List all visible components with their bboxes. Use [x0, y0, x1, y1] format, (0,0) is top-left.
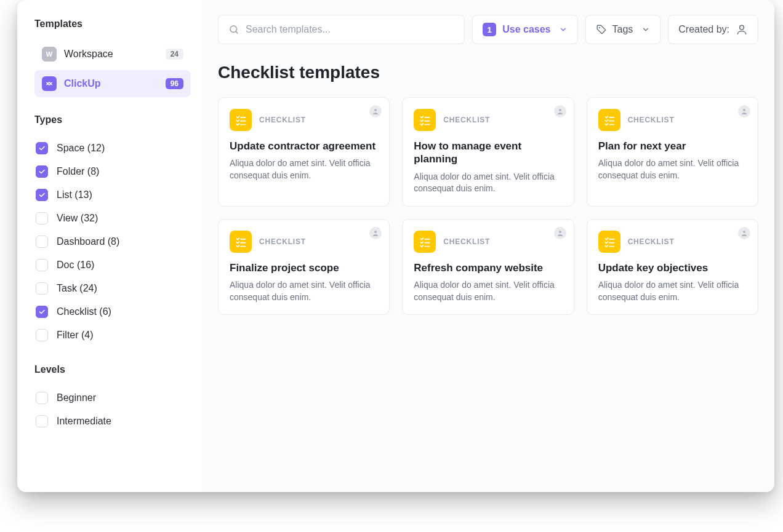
checklist-icon — [414, 231, 436, 253]
template-card[interactable]: CHECKLISTHow to manage event planningAli… — [402, 97, 574, 207]
card-description: Aliqua dolor do amet sint. Velit officia… — [414, 279, 562, 303]
type-item[interactable]: Folder (8) — [34, 160, 191, 183]
source-workspace[interactable]: W Workspace 24 — [34, 41, 191, 68]
svg-point-7 — [559, 231, 561, 233]
use-cases-count-badge: 1 — [483, 23, 496, 36]
author-avatar — [369, 227, 382, 239]
svg-point-3 — [374, 109, 377, 111]
types-title: Types — [34, 114, 191, 125]
card-title: Update contractor agreement — [230, 140, 378, 153]
svg-point-5 — [743, 109, 745, 111]
type-label: Dashboard (8) — [57, 236, 119, 247]
checkbox[interactable] — [36, 306, 48, 318]
template-card[interactable]: CHECKLISTFinalize project scopeAliqua do… — [218, 219, 390, 315]
type-item[interactable]: Dashboard (8) — [34, 230, 191, 253]
checkbox[interactable] — [36, 165, 48, 178]
source-label: Workspace — [64, 49, 166, 60]
source-clickup[interactable]: ClickUp 96 — [34, 70, 191, 97]
card-type-label: CHECKLIST — [443, 116, 490, 124]
level-item[interactable]: Beginner — [34, 386, 191, 410]
created-by-filter[interactable]: Created by: — [668, 15, 758, 44]
type-item[interactable]: Doc (16) — [34, 253, 191, 277]
checkbox[interactable] — [36, 259, 48, 271]
types-list: Space (12)Folder (8)List (13)View (32)Da… — [34, 137, 191, 347]
card-description: Aliqua dolor do amet sint. Velit officia… — [230, 157, 378, 181]
template-card[interactable]: CHECKLISTPlan for next yearAliqua dolor … — [587, 97, 758, 207]
svg-point-4 — [559, 109, 561, 111]
card-type-label: CHECKLIST — [259, 116, 306, 124]
card-type-label: CHECKLIST — [259, 237, 306, 246]
type-item[interactable]: View (32) — [34, 207, 191, 230]
checkbox[interactable] — [36, 415, 48, 427]
checkbox[interactable] — [36, 329, 48, 341]
type-item[interactable]: List (13) — [34, 183, 191, 207]
card-header: CHECKLIST — [598, 109, 747, 131]
checkbox[interactable] — [36, 392, 48, 404]
person-icon — [736, 23, 748, 36]
type-item[interactable]: Task (24) — [34, 277, 191, 300]
workspace-icon: W — [42, 47, 57, 62]
template-card[interactable]: CHECKLISTUpdate contractor agreementAliq… — [218, 97, 390, 207]
clickup-icon — [42, 76, 57, 91]
source-label: ClickUp — [64, 78, 166, 89]
type-item[interactable]: Space (12) — [34, 137, 191, 160]
cards-grid: CHECKLISTUpdate contractor agreementAliq… — [218, 97, 758, 315]
template-card[interactable]: CHECKLISTRefresh company websiteAliqua d… — [402, 219, 574, 315]
levels-title: Levels — [34, 364, 191, 375]
card-description: Aliqua dolor do amet sint. Velit officia… — [230, 279, 378, 303]
card-header: CHECKLIST — [414, 109, 562, 131]
template-card[interactable]: CHECKLISTUpdate key objectivesAliqua dol… — [587, 219, 758, 315]
type-label: Doc (16) — [57, 260, 94, 271]
author-avatar — [554, 105, 566, 117]
card-title: How to manage event planning — [414, 140, 562, 166]
search-input-wrapper[interactable] — [218, 15, 465, 44]
card-header: CHECKLIST — [230, 109, 378, 131]
checkbox[interactable] — [36, 189, 48, 201]
checklist-icon — [230, 231, 252, 253]
author-avatar — [369, 105, 382, 117]
toolbar: 1 Use cases Tags Created by: — [218, 15, 758, 44]
use-cases-label: Use cases — [502, 24, 550, 35]
card-type-label: CHECKLIST — [443, 237, 490, 246]
tags-label: Tags — [612, 24, 633, 35]
card-title: Update key objectives — [598, 261, 747, 274]
checklist-icon — [414, 109, 436, 131]
svg-point-1 — [599, 27, 600, 28]
checkbox[interactable] — [36, 282, 48, 295]
chevron-down-icon — [641, 25, 650, 34]
page-title: Checklist templates — [218, 63, 758, 82]
checklist-icon — [598, 109, 620, 131]
type-item[interactable]: Filter (4) — [34, 324, 191, 347]
type-item[interactable]: Checklist (6) — [34, 300, 191, 324]
chevron-down-icon — [559, 25, 568, 34]
author-avatar — [738, 105, 750, 117]
checklist-icon — [230, 109, 252, 131]
tags-filter[interactable]: Tags — [585, 15, 661, 44]
checkbox[interactable] — [36, 236, 48, 248]
card-header: CHECKLIST — [598, 231, 747, 253]
tag-icon — [596, 24, 607, 35]
search-input[interactable] — [246, 24, 454, 35]
card-title: Finalize project scope — [230, 261, 378, 274]
type-label: Filter (4) — [57, 330, 94, 341]
checklist-icon — [598, 231, 620, 253]
checkbox[interactable] — [36, 142, 48, 154]
svg-point-6 — [374, 231, 377, 233]
type-label: Task (24) — [57, 283, 97, 294]
type-label: View (32) — [57, 213, 98, 224]
source-list: W Workspace 24 ClickUp 96 — [34, 41, 191, 97]
author-avatar — [554, 227, 566, 239]
card-header: CHECKLIST — [230, 231, 378, 253]
svg-point-2 — [740, 25, 744, 30]
card-title: Plan for next year — [598, 140, 747, 153]
checkbox[interactable] — [36, 212, 48, 224]
card-description: Aliqua dolor do amet sint. Velit officia… — [598, 279, 747, 303]
created-by-label: Created by: — [678, 24, 729, 35]
level-item[interactable]: Intermediate — [34, 410, 191, 433]
type-label: List (13) — [57, 189, 92, 200]
levels-list: BeginnerIntermediate — [34, 386, 191, 433]
card-type-label: CHECKLIST — [628, 116, 675, 124]
svg-point-8 — [743, 231, 745, 233]
sidebar-title: Templates — [34, 18, 191, 30]
use-cases-filter[interactable]: 1 Use cases — [472, 15, 578, 44]
